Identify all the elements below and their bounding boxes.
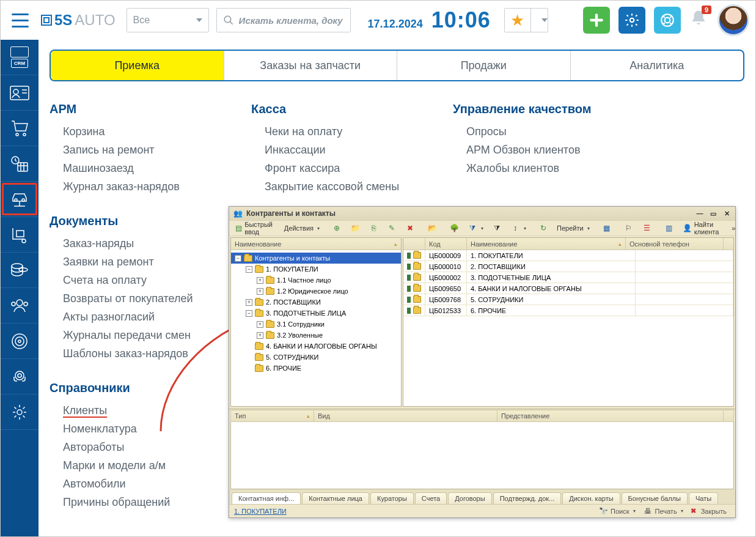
tree-row[interactable]: +1.2 Юридическое лицо <box>231 286 401 297</box>
grid-row[interactable]: ЦБ0096504. БАНКИ И НАЛОГОВЫЕ ОРГАНЫ <box>403 283 733 294</box>
menu-item[interactable]: Чеки на оплату <box>251 122 428 141</box>
menu-item[interactable]: АРМ Обзвон клиентов <box>453 141 630 159</box>
close-button[interactable]: ✕ <box>722 209 732 218</box>
menu-item[interactable]: Автоработы <box>50 438 227 456</box>
menu-item[interactable]: Марки и модели а/м <box>50 456 227 475</box>
tab-analytics[interactable]: Аналитика <box>571 51 744 80</box>
menu-item[interactable]: Заявки на ремонт <box>50 253 227 271</box>
menu-item[interactable]: Жалобы клиентов <box>453 159 630 177</box>
quick-input-button[interactable]: ▤Быстрый ввод <box>233 220 278 237</box>
notifications-button[interactable]: 9 <box>689 9 708 32</box>
find-client-button[interactable]: 👤Найти клиента <box>680 220 722 237</box>
edit-button[interactable]: ✎ <box>384 222 399 234</box>
menu-item[interactable]: Опросы <box>453 122 630 141</box>
move-button[interactable]: 📂 <box>425 222 439 234</box>
status-search-button[interactable]: 🔭Поиск <box>595 505 639 517</box>
details-tab[interactable]: Договоры <box>448 492 491 504</box>
add-group-button[interactable]: 📁 <box>348 222 362 234</box>
details-tab[interactable]: Контактные лица <box>302 492 369 504</box>
menu-item[interactable]: Возвраты от покупателей <box>50 289 227 308</box>
search-input[interactable] <box>239 15 344 26</box>
menu-item[interactable]: Инкассации <box>251 141 428 159</box>
default-button[interactable]: ⚐ <box>622 222 636 234</box>
menu-item[interactable]: Корзина <box>50 122 227 141</box>
tree-row[interactable]: 6. ПРОЧИЕ <box>231 363 401 374</box>
sidebar-finance[interactable] <box>1 253 39 288</box>
sidebar-support[interactable] <box>1 359 39 394</box>
menu-item-clients[interactable]: Клиенты <box>50 401 227 420</box>
help-button[interactable] <box>654 7 681 34</box>
columns-button[interactable]: ▦ <box>600 222 614 234</box>
menu-item[interactable]: Акты разногласий <box>50 308 227 326</box>
tree-row[interactable]: +1.1 Частное лицо <box>231 275 401 286</box>
hamburger-menu[interactable] <box>7 7 34 34</box>
refresh-button[interactable]: ↻ <box>536 222 551 234</box>
expander-icon[interactable]: − <box>235 255 241 262</box>
details-col-rep[interactable]: Представление <box>497 410 724 421</box>
sidebar-contacts[interactable] <box>1 75 39 111</box>
expander-icon[interactable]: + <box>246 299 252 306</box>
user-avatar[interactable] <box>717 4 749 36</box>
sidebar-warehouse[interactable] <box>1 217 39 253</box>
tree-row[interactable]: +2. ПОСТАВЩИКИ <box>231 297 401 308</box>
tree-row[interactable]: 5. СОТРУДНИКИ <box>231 352 401 363</box>
expander-icon[interactable]: − <box>246 266 252 273</box>
menu-item[interactable]: Закрытие кассовой смены <box>251 177 428 196</box>
tree-row[interactable]: −3. ПОДОТЧЕТНЫЕ ЛИЦА <box>231 308 401 319</box>
sidebar-staff[interactable] <box>1 288 39 324</box>
menu-item[interactable]: Машинозаезд <box>50 159 227 177</box>
menu-item[interactable]: Журналы передачи смен <box>50 326 227 344</box>
details-col-kind[interactable]: Вид <box>314 410 497 421</box>
grid-row[interactable]: ЦБ0125336. ПРОЧИЕ <box>403 305 733 316</box>
grid-row[interactable]: ЦБ0000023. ПОДОТЧЕТНЫЕ ЛИЦА <box>403 272 733 283</box>
expander-icon[interactable]: + <box>257 288 263 295</box>
details-tab[interactable]: Бонусные баллы <box>622 492 688 504</box>
goto-button[interactable]: Перейти <box>554 223 592 233</box>
menu-item[interactable]: Счета на оплату <box>50 271 227 289</box>
hierarchy-button[interactable]: 🌳 <box>447 222 461 234</box>
details-tab[interactable]: Контактная инф... <box>232 492 301 504</box>
expander-icon[interactable]: − <box>246 310 252 317</box>
tree-row[interactable]: −Контрагенты и контакты <box>231 253 401 264</box>
menu-item[interactable]: Автомобили <box>50 475 227 493</box>
tree-body[interactable]: −Контрагенты и контакты−1. ПОКУПАТЕЛИ+1.… <box>231 250 401 406</box>
grid-col-phone[interactable]: Основной телефон <box>626 238 724 250</box>
tab-parts-orders[interactable]: Заказы на запчасти <box>224 51 398 80</box>
sidebar-marketing[interactable] <box>1 324 39 359</box>
settings-button[interactable] <box>618 7 645 34</box>
expander-icon[interactable]: + <box>257 277 263 284</box>
status-close-button[interactable]: ✖Закрыть <box>687 506 730 516</box>
favorites-dropdown[interactable] <box>530 9 548 32</box>
sidebar-schedule[interactable] <box>1 146 39 182</box>
delete-button[interactable]: ✖ <box>403 222 417 234</box>
menu-item[interactable]: Номенклатура <box>50 420 227 438</box>
grid-col-icon[interactable] <box>403 238 425 250</box>
menu-item[interactable]: Шаблоны заказ-нарядов <box>50 344 227 363</box>
list-button[interactable]: ☰ <box>640 222 655 234</box>
grid-col-name[interactable]: Наименование▴ <box>467 238 626 250</box>
filter-off-button[interactable]: ⧩ <box>490 222 504 234</box>
window-titlebar[interactable]: 👥 Контрагенты и контакты — ▭ ✕ <box>229 207 735 220</box>
filter-button[interactable]: ⧩ <box>465 222 486 234</box>
search-box[interactable] <box>216 8 351 32</box>
details-col-type[interactable]: Тип▴ <box>231 410 314 421</box>
details-tab[interactable]: Чаты <box>689 492 718 504</box>
actions-button[interactable]: Действия <box>282 223 322 233</box>
tree-row[interactable]: −1. ПОКУПАТЕЛИ <box>231 264 401 275</box>
grid-row[interactable]: ЦБ0097685. СОТРУДНИКИ <box>403 294 733 305</box>
tree-row[interactable]: +3.2 Уволенные <box>231 330 401 341</box>
details-tab[interactable]: Дискон. карты <box>562 492 620 504</box>
props-button[interactable]: ▥ <box>662 222 677 234</box>
status-breadcrumb[interactable]: 1. ПОКУПАТЕЛИ <box>234 508 287 515</box>
maximize-button[interactable]: ▭ <box>708 209 718 218</box>
tree-header[interactable]: Наименование▴ <box>231 238 401 250</box>
details-body[interactable] <box>230 422 734 489</box>
add-item-button[interactable]: ⊕ <box>329 222 344 234</box>
details-tab[interactable]: Кураторы <box>370 492 414 504</box>
menu-item[interactable]: Запись на ремонт <box>50 141 227 159</box>
grid-col-code[interactable]: Код <box>425 238 467 250</box>
minimize-button[interactable]: — <box>695 209 705 218</box>
add-button[interactable] <box>583 7 610 34</box>
grid-row[interactable]: ЦБ0000091. ПОКУПАТЕЛИ <box>403 250 733 261</box>
more-button[interactable]: » <box>729 223 738 233</box>
